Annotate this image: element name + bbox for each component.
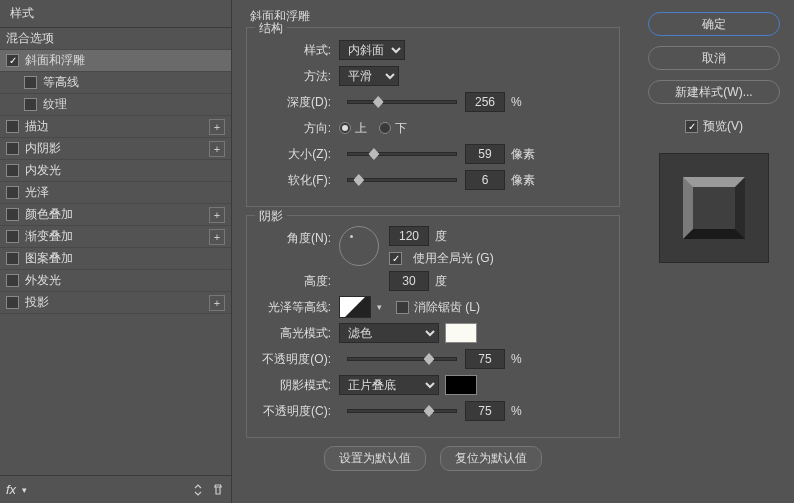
highlight-opacity-slider[interactable]: [347, 357, 457, 361]
fx-caret-icon[interactable]: ▾: [22, 485, 27, 495]
style-item-8[interactable]: 渐变叠加+: [0, 226, 231, 248]
preview-bevel: [683, 177, 745, 239]
styles-header: 样式: [0, 0, 231, 28]
angle-unit: 度: [435, 228, 447, 245]
style-item-label: 内发光: [25, 162, 225, 179]
blend-options-item[interactable]: 混合选项: [0, 28, 231, 50]
soften-unit: 像素: [511, 172, 535, 189]
contour-picker[interactable]: [339, 296, 371, 318]
highlight-opacity-input[interactable]: [465, 349, 505, 369]
style-item-9[interactable]: 图案叠加: [0, 248, 231, 270]
shadow-mode-select[interactable]: 正片叠底: [339, 375, 439, 395]
shadow-color-swatch[interactable]: [445, 375, 477, 395]
shadow-opacity-unit: %: [511, 404, 522, 418]
style-item-4[interactable]: 内阴影+: [0, 138, 231, 160]
size-input[interactable]: [465, 144, 505, 164]
soften-slider[interactable]: [347, 178, 457, 182]
shadow-opacity-input[interactable]: [465, 401, 505, 421]
style-item-label: 等高线: [43, 74, 225, 91]
size-slider[interactable]: [347, 152, 457, 156]
style-item-label: 颜色叠加: [25, 206, 209, 223]
style-item-11[interactable]: 投影+: [0, 292, 231, 314]
style-checkbox[interactable]: [6, 186, 19, 199]
highlight-color-swatch[interactable]: [445, 323, 477, 343]
method-label: 方法:: [257, 68, 339, 85]
contour-label: 光泽等高线:: [257, 299, 339, 316]
add-effect-icon[interactable]: +: [209, 229, 225, 245]
shadow-mode-label: 阴影模式:: [257, 377, 339, 394]
angle-input[interactable]: [389, 226, 429, 246]
soften-input[interactable]: [465, 170, 505, 190]
style-item-2[interactable]: 纹理: [0, 94, 231, 116]
style-checkbox[interactable]: [6, 274, 19, 287]
dialog-actions: 确定 取消 新建样式(W)... 预览(V): [634, 0, 794, 503]
global-light-checkbox[interactable]: [389, 252, 402, 265]
depth-slider[interactable]: [347, 100, 457, 104]
preview-label: 预览(V): [703, 118, 743, 135]
style-checkbox[interactable]: [24, 76, 37, 89]
angle-dial[interactable]: [339, 226, 379, 266]
highlight-opacity-label: 不透明度(O):: [257, 351, 339, 368]
structure-group: 结构 样式: 内斜面 方法: 平滑 深度(D): % 方向: 上 下 大小(Z)…: [246, 27, 620, 207]
add-effect-icon[interactable]: +: [209, 207, 225, 223]
shading-group: 阴影 角度(N): 度 使用全局光 (G) 高度: 度 光泽等高线:: [246, 215, 620, 438]
highlight-mode-select[interactable]: 滤色: [339, 323, 439, 343]
style-checkbox[interactable]: [6, 230, 19, 243]
add-effect-icon[interactable]: +: [209, 119, 225, 135]
style-checkbox[interactable]: [6, 252, 19, 265]
method-select[interactable]: 平滑: [339, 66, 399, 86]
style-select[interactable]: 内斜面: [339, 40, 405, 60]
antialias-label: 消除锯齿 (L): [414, 299, 480, 316]
style-item-label: 投影: [25, 294, 209, 311]
reset-default-button[interactable]: 复位为默认值: [440, 446, 542, 471]
style-checkbox[interactable]: [6, 142, 19, 155]
shadow-opacity-label: 不透明度(C):: [257, 403, 339, 420]
style-item-3[interactable]: 描边+: [0, 116, 231, 138]
direction-down-radio[interactable]: 下: [379, 120, 407, 137]
up-down-icon[interactable]: [191, 483, 205, 497]
depth-unit: %: [511, 95, 522, 109]
preview-checkbox[interactable]: [685, 120, 698, 133]
direction-up-radio[interactable]: 上: [339, 120, 367, 137]
trash-icon[interactable]: [211, 483, 225, 497]
style-item-label: 内阴影: [25, 140, 209, 157]
style-item-10[interactable]: 外发光: [0, 270, 231, 292]
shading-legend: 阴影: [255, 208, 287, 225]
style-checkbox[interactable]: [6, 208, 19, 221]
altitude-input[interactable]: [389, 271, 429, 291]
soften-label: 软化(F):: [257, 172, 339, 189]
antialias-checkbox[interactable]: [396, 301, 409, 314]
cancel-button[interactable]: 取消: [648, 46, 780, 70]
new-style-button[interactable]: 新建样式(W)...: [648, 80, 780, 104]
depth-input[interactable]: [465, 92, 505, 112]
add-effect-icon[interactable]: +: [209, 141, 225, 157]
highlight-opacity-unit: %: [511, 352, 522, 366]
style-checkbox[interactable]: [6, 54, 19, 67]
ok-button[interactable]: 确定: [648, 12, 780, 36]
style-checkbox[interactable]: [6, 296, 19, 309]
shadow-opacity-slider[interactable]: [347, 409, 457, 413]
style-item-label: 斜面和浮雕: [25, 52, 225, 69]
style-item-label: 渐变叠加: [25, 228, 209, 245]
preview-box: [659, 153, 769, 263]
style-item-label: 外发光: [25, 272, 225, 289]
make-default-button[interactable]: 设置为默认值: [324, 446, 426, 471]
contour-caret-icon[interactable]: ▾: [373, 302, 386, 312]
style-item-5[interactable]: 内发光: [0, 160, 231, 182]
style-item-label: 图案叠加: [25, 250, 225, 267]
style-item-7[interactable]: 颜色叠加+: [0, 204, 231, 226]
style-checkbox[interactable]: [6, 164, 19, 177]
depth-label: 深度(D):: [257, 94, 339, 111]
styles-sidebar: 样式 混合选项 斜面和浮雕等高线纹理描边+内阴影+内发光光泽颜色叠加+渐变叠加+…: [0, 0, 232, 503]
add-effect-icon[interactable]: +: [209, 295, 225, 311]
size-unit: 像素: [511, 146, 535, 163]
style-item-1[interactable]: 等高线: [0, 72, 231, 94]
style-item-0[interactable]: 斜面和浮雕: [0, 50, 231, 72]
style-checkbox[interactable]: [24, 98, 37, 111]
style-checkbox[interactable]: [6, 120, 19, 133]
angle-label: 角度(N):: [257, 226, 339, 247]
size-label: 大小(Z):: [257, 146, 339, 163]
fx-icon[interactable]: fx: [6, 482, 16, 497]
structure-legend: 结构: [255, 20, 287, 37]
style-item-6[interactable]: 光泽: [0, 182, 231, 204]
